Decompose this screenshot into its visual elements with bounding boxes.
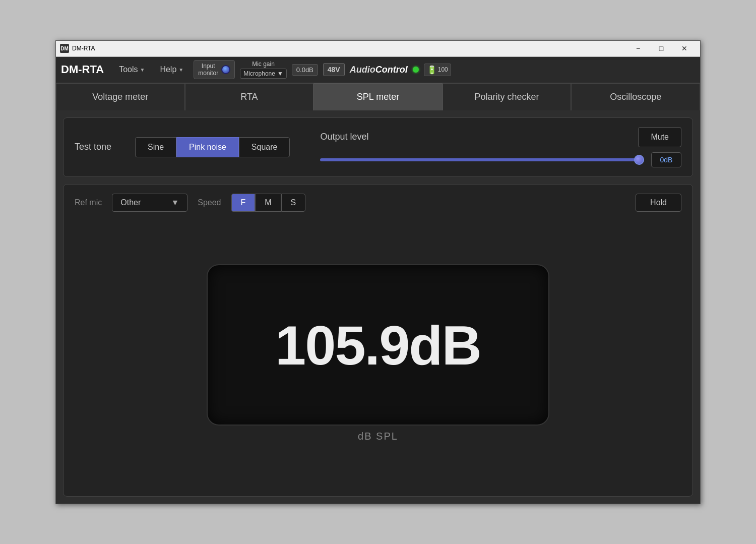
output-level-slider[interactable] [320,155,644,165]
tab-polarity-checker[interactable]: Polarity checker [443,83,572,110]
output-level-group: Output level Mute 0dB [320,127,681,167]
spl-display-container: 105.9dB dB SPL [75,220,681,487]
tab-oscilloscope[interactable]: Oscilloscope [571,83,700,110]
menubar: DM-RTA Tools ▼ Help ▼ Input monitor Mic … [56,57,700,83]
square-button[interactable]: Square [239,137,290,157]
mic-source-arrow-icon: ▼ [277,70,283,77]
output-level-row: Output level Mute [320,127,681,147]
help-menu[interactable]: Help ▼ [155,62,188,77]
phantom-power-button[interactable]: 48V [323,63,345,76]
status-dot [413,67,419,73]
slider-row: 0dB [320,152,681,167]
battery-icon: 🔋 [427,65,437,75]
app-title: DM-RTA [61,63,104,76]
tools-arrow-icon: ▼ [140,67,145,73]
main-window: DM DM-RTA − □ ✕ DM-RTA Tools ▼ Help ▼ In… [55,40,701,504]
speed-buttons: F M S [231,194,306,212]
nav-tabs: Voltage meter RTA SPL meter Polarity che… [56,83,700,110]
tab-voltage-meter[interactable]: Voltage meter [56,83,185,110]
app-icon: DM [60,44,69,53]
spl-value: 105.9dB [275,313,481,377]
speed-s-button[interactable]: S [281,194,306,212]
ref-mic-label: Ref mic [75,198,102,207]
brand-logo: AudioControl [350,65,408,75]
spl-controls: Ref mic Other ▼ Speed F M S Hold [75,194,681,212]
slider-track [320,158,644,161]
mute-button[interactable]: Mute [638,127,681,147]
input-monitor-group: Input monitor [194,60,235,80]
output-level-label: Output level [320,132,368,142]
spl-panel: Ref mic Other ▼ Speed F M S Hold 105.9dB… [63,184,693,497]
slider-thumb[interactable] [634,155,644,165]
titlebar-controls: − □ ✕ [626,40,696,56]
maximize-button[interactable]: □ [650,40,673,56]
db-value-badge: 0dB [651,152,681,167]
minimize-button[interactable]: − [626,40,650,56]
speed-m-button[interactable]: M [255,194,281,212]
spl-unit-label: dB SPL [358,431,398,442]
hold-button[interactable]: Hold [636,194,681,212]
help-arrow-icon: ▼ [178,67,183,73]
brand-text: AudioControl [350,65,408,75]
speed-label: Speed [198,198,221,207]
titlebar-title: DM-RTA [72,45,95,52]
ref-mic-arrow-icon: ▼ [171,198,179,207]
close-button[interactable]: ✕ [673,40,696,56]
titlebar-left: DM DM-RTA [60,44,95,53]
spl-display: 105.9dB [207,264,549,426]
tab-rta[interactable]: RTA [185,83,314,110]
tab-spl-meter[interactable]: SPL meter [313,83,443,110]
test-tone-panel: Test tone Sine Pink noise Square Output … [63,117,693,177]
test-tone-label: Test tone [75,142,125,152]
tone-buttons: Sine Pink noise Square [135,137,290,157]
input-monitor-label: Input monitor [198,63,218,77]
speed-f-button[interactable]: F [231,194,256,212]
ref-mic-select[interactable]: Other ▼ [112,194,187,212]
input-monitor-toggle[interactable] [221,65,230,74]
mic-source-select[interactable]: Microphone ▼ [240,69,287,79]
tools-menu[interactable]: Tools ▼ [114,62,150,77]
pink-noise-button[interactable]: Pink noise [176,137,239,157]
titlebar: DM DM-RTA − □ ✕ [56,41,700,57]
battery-indicator: 🔋 100 [424,64,451,76]
mic-gain-label: Mic gain [252,61,275,68]
main-content: Test tone Sine Pink noise Square Output … [56,110,700,504]
gain-badge[interactable]: 0.0dB [292,64,318,76]
mic-gain-group: Mic gain Microphone ▼ [240,61,287,79]
sine-button[interactable]: Sine [135,137,176,157]
